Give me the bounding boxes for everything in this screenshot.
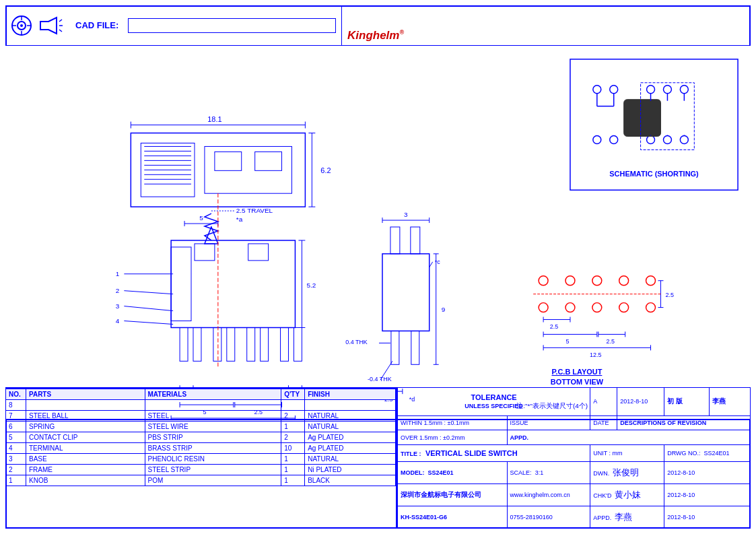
header: CAD FILE: Kinghelm® xyxy=(5,5,751,46)
svg-rect-34 xyxy=(171,247,191,321)
chkd-date-cell: 2012-8-10 xyxy=(664,483,751,506)
bom-row-8-materials xyxy=(145,400,281,411)
bom-row-2-qty: 1 xyxy=(281,465,305,475)
svg-rect-44 xyxy=(294,327,302,361)
cad-file-input[interactable] xyxy=(128,18,336,33)
svg-point-145 xyxy=(593,86,601,94)
svg-rect-155 xyxy=(624,100,661,137)
svg-point-114 xyxy=(646,276,656,286)
svg-line-49 xyxy=(124,306,173,311)
dwn-date-cell: 2012-8-10 xyxy=(664,461,751,483)
svg-point-147 xyxy=(647,86,655,94)
svg-rect-33 xyxy=(171,240,295,328)
svg-text:0.4 THK: 0.4 THK xyxy=(345,339,368,345)
bom-row-3-materials: PHENOLIC RESIN xyxy=(145,454,281,465)
chkd-cell: CHK'D 黄小妹 xyxy=(590,483,664,506)
title-label-cell: TITLE : VERTICAL SLIDE SWITCH xyxy=(398,445,590,462)
svg-rect-41 xyxy=(247,327,255,361)
svg-point-112 xyxy=(592,276,602,286)
svg-rect-22 xyxy=(205,146,292,193)
rev-a-col: A xyxy=(590,388,617,416)
bom-row-2-no: 2 xyxy=(6,465,26,475)
svg-point-110 xyxy=(539,276,548,286)
svg-point-152 xyxy=(647,136,655,144)
company-cell: 深圳市金航标电子有限公司 xyxy=(398,483,508,506)
bom-row-8-finish xyxy=(305,400,396,411)
svg-text:18.1: 18.1 xyxy=(207,115,221,123)
svg-point-148 xyxy=(663,86,671,94)
bom-row-1-no: 1 xyxy=(6,475,26,486)
rev-desc-header: DESCRIPTIONS OF REVISION xyxy=(617,415,751,430)
svg-point-118 xyxy=(619,303,629,312)
bom-header-materials: MATERIALS xyxy=(145,389,281,400)
speaker-icon xyxy=(39,16,63,35)
appd-cell: APPD. 李燕 xyxy=(590,506,664,528)
bom-row-5-materials: PBS STRIP xyxy=(145,432,281,443)
bom-row-3-finish: NATURAL xyxy=(305,454,396,465)
part-no-cell: KH-SS24E01-G6 xyxy=(398,506,508,528)
drawing-svg: 18.1 6.2 1 2 3 4 xyxy=(5,46,751,419)
svg-rect-90 xyxy=(411,227,420,254)
svg-line-8 xyxy=(59,20,62,22)
tolerance-title: TOLERANCE UNLESS SPECIFIED xyxy=(398,388,590,416)
unit-cell: UNIT : mm xyxy=(590,445,664,462)
target-icon xyxy=(11,15,32,36)
bom-row-4-finish: Ag PLATED xyxy=(305,443,396,454)
bom-row-6-qty: 1 xyxy=(281,422,305,432)
bom-row-6-finish: NATURAL xyxy=(305,422,396,432)
svg-text:5: 5 xyxy=(199,214,203,222)
svg-rect-43 xyxy=(281,327,289,361)
bom-row-6-no: 6 xyxy=(6,422,26,432)
tol-issue: ISSUE xyxy=(507,415,590,430)
bom-row-5-no: 5 xyxy=(6,432,26,443)
svg-text:5.2: 5.2 xyxy=(306,281,316,289)
phone-cell: 0755-28190160 xyxy=(507,506,590,528)
appd-date-cell: 2012-8-10 xyxy=(664,506,751,528)
bom-row-6-materials: STEEL WIRE xyxy=(145,422,281,432)
bom-row-4-materials: BRASS STRIP xyxy=(145,443,281,454)
rev-date-col: 2012-8-10 xyxy=(617,388,664,416)
svg-line-51 xyxy=(124,321,173,325)
bom-row-1-finish: BLACK xyxy=(305,475,396,486)
svg-rect-42 xyxy=(261,327,269,361)
svg-point-111 xyxy=(565,276,575,286)
kinghelm-logo: Kinghelm® xyxy=(347,29,404,42)
svg-text:6.2: 6.2 xyxy=(320,166,331,174)
bom-row-1-parts: KNOB xyxy=(26,475,145,486)
svg-line-10 xyxy=(59,30,62,32)
bom-row-8-parts xyxy=(26,400,145,411)
svg-rect-35 xyxy=(195,244,215,261)
svg-point-153 xyxy=(663,136,671,144)
appd-header: APPD. xyxy=(507,430,750,445)
bom-header-no: NO. xyxy=(6,389,26,400)
bom-table: NO. PARTS MATERIALS Q'TY FINISH 8 7 STEE… xyxy=(5,387,397,529)
svg-text:-0.4 THK: -0.4 THK xyxy=(368,376,392,382)
svg-text:9: 9 xyxy=(442,306,446,313)
bom-row-7-parts: STEEL BALL xyxy=(26,411,145,422)
header-right: Kinghelm® xyxy=(342,5,751,45)
drwg-cell: DRWG NO.: SS24E01 xyxy=(664,445,751,462)
svg-text:2: 2 xyxy=(116,287,120,294)
bom-row-5-qty: 2 xyxy=(281,432,305,443)
bom-row-2-finish: Ni PLATED xyxy=(305,465,396,475)
drawing-area: 18.1 6.2 1 2 3 4 xyxy=(5,46,751,420)
bom-row-3-parts: BASE xyxy=(26,454,145,465)
bom-row-4-no: 4 xyxy=(6,443,26,454)
model-cell: MODEL: SS24E01 xyxy=(398,461,508,483)
svg-text:P.C.B LAYOUT: P.C.B LAYOUT xyxy=(551,368,602,376)
svg-point-113 xyxy=(619,276,629,286)
svg-rect-89 xyxy=(390,227,400,254)
bom-row-6-parts: SPRING xyxy=(26,422,145,432)
svg-rect-87 xyxy=(391,331,399,364)
svg-marker-7 xyxy=(40,18,57,34)
rev-sign: 李燕 xyxy=(709,388,750,416)
dwn-cell: DWN. 张俊明 xyxy=(590,461,664,483)
svg-text:1: 1 xyxy=(116,270,120,277)
tol-within: WITHIN 1.5mm : ±0.1mm xyxy=(398,415,508,430)
header-left: CAD FILE: xyxy=(5,5,342,45)
svg-point-117 xyxy=(592,303,602,312)
scale-cell: SCALE: 3:1 xyxy=(507,461,590,483)
svg-rect-86 xyxy=(382,254,429,331)
svg-rect-40 xyxy=(227,327,235,361)
website-cell: www.kinghelm.com.cn xyxy=(507,483,590,506)
